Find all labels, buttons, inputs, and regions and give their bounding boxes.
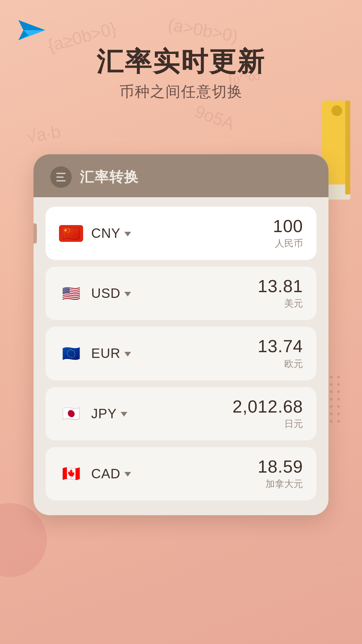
menu-line-3: [56, 180, 66, 181]
flag-jpy: [59, 405, 83, 422]
currency-value-usd: 13.81: [258, 277, 303, 296]
currency-left-cny: CNY: [59, 225, 131, 242]
currency-code-group-cad: CAD: [91, 466, 131, 481]
chevron-down-icon-cny: [124, 232, 131, 236]
menu-icon: [56, 173, 66, 181]
currency-right-jpy: 2,012.68 日元: [233, 397, 303, 430]
currency-row-wrapper-cny: CNY 100 人民币: [46, 207, 316, 260]
flag-eur: [59, 345, 83, 362]
currency-row-cad[interactable]: CAD 18.59 加拿大元: [46, 447, 316, 500]
currency-left-cad: CAD: [59, 465, 131, 482]
menu-line-2: [56, 176, 64, 178]
active-accent: [34, 223, 37, 244]
currency-row-wrapper-eur: EUR 13.74 欧元: [46, 327, 316, 380]
currency-value-cad: 18.59: [258, 457, 303, 476]
phone-card: 汇率转换 CNY 100 人民币: [34, 154, 328, 515]
currency-name-usd: 美元: [258, 297, 303, 310]
currency-row-usd[interactable]: USD 13.81 美元: [46, 267, 316, 320]
currency-list: CNY 100 人民币 USD: [34, 197, 328, 515]
svg-point-5: [331, 105, 342, 116]
svg-marker-1: [18, 20, 45, 30]
pink-semicircle-decoration: [0, 503, 47, 577]
currency-row-wrapper-jpy: JPY 2,012.68 日元: [46, 387, 316, 440]
chevron-down-icon-jpy: [121, 412, 127, 417]
currency-name-cny: 人民币: [273, 237, 303, 250]
chevron-down-icon-cad: [124, 472, 131, 477]
currency-code-group-cny: CNY: [91, 226, 131, 241]
currency-code-usd: USD: [91, 286, 120, 301]
currency-code-group-eur: EUR: [91, 346, 131, 361]
flag-cad: [59, 465, 83, 482]
currency-code-group-usd: USD: [91, 286, 131, 301]
currency-left-eur: EUR: [59, 345, 131, 362]
currency-right-usd: 13.81 美元: [258, 277, 303, 310]
currency-name-cad: 加拿大元: [258, 478, 303, 490]
sub-title: 币种之间任意切换: [0, 82, 362, 102]
currency-code-group-jpy: JPY: [91, 406, 127, 421]
menu-button[interactable]: [50, 166, 72, 188]
currency-left-usd: USD: [59, 285, 131, 302]
chevron-down-icon-eur: [124, 352, 131, 357]
app-title: 汇率转换: [80, 168, 139, 186]
currency-value-cny: 100: [273, 217, 303, 236]
app-header: 汇率转换: [34, 154, 328, 197]
currency-row-wrapper-cad: CAD 18.59 加拿大元: [46, 447, 316, 500]
currency-row-cny[interactable]: CNY 100 人民币: [46, 207, 316, 260]
paper-plane-icon: [17, 17, 47, 44]
currency-value-jpy: 2,012.68: [233, 397, 303, 416]
currency-right-cny: 100 人民币: [273, 217, 303, 250]
currency-code-jpy: JPY: [91, 406, 117, 421]
currency-value-eur: 13.74: [258, 337, 303, 356]
currency-code-cad: CAD: [91, 466, 120, 481]
currency-right-cad: 18.59 加拿大元: [258, 457, 303, 490]
chevron-down-icon-usd: [124, 292, 131, 297]
currency-name-jpy: 日元: [233, 418, 303, 430]
svg-rect-6: [345, 101, 350, 195]
currency-name-eur: 欧元: [258, 358, 303, 370]
flag-usd: [59, 285, 83, 302]
currency-code-eur: EUR: [91, 346, 120, 361]
menu-line-1: [56, 173, 66, 174]
title-area: 汇率实时更新 币种之间任意切换: [0, 47, 362, 102]
currency-row-wrapper-usd: USD 13.81 美元: [46, 267, 316, 320]
currency-row-eur[interactable]: EUR 13.74 欧元: [46, 327, 316, 380]
currency-row-jpy[interactable]: JPY 2,012.68 日元: [46, 387, 316, 440]
currency-code-cny: CNY: [91, 226, 120, 241]
currency-right-eur: 13.74 欧元: [258, 337, 303, 370]
flag-cny: [59, 225, 83, 242]
currency-left-jpy: JPY: [59, 405, 127, 422]
main-title: 汇率实时更新: [0, 47, 362, 76]
